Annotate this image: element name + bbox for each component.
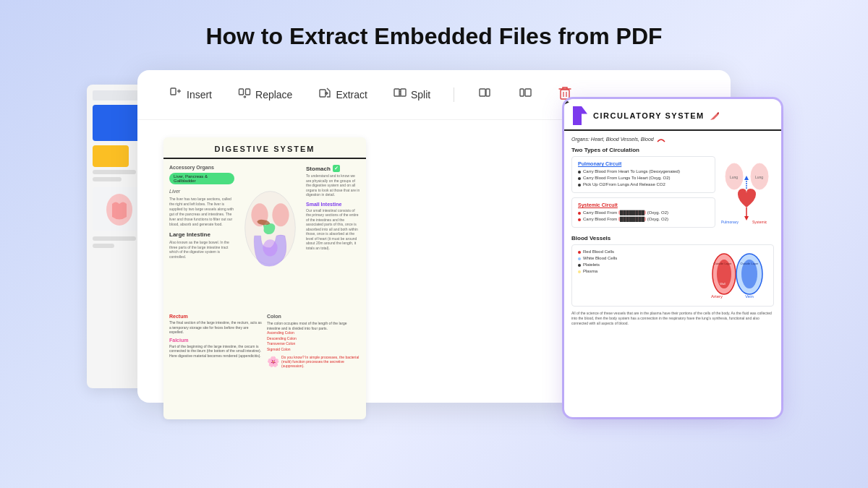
svg-text:Vein: Vein [745,294,754,299]
svg-rect-12 [486,89,490,96]
svg-point-20 [272,203,289,226]
falcium-text: Part of the beginning of the large intes… [169,344,263,359]
svg-text:Outside Layer: Outside Layer [714,262,733,265]
accessory-organs-label: Accessory Organs [169,165,234,170]
extract-label: Extract [336,89,367,100]
systemic-item-2: Carry Blood From ████████ (Oxyg. O2) [578,216,709,223]
toolbar-split[interactable]: Split [388,84,436,106]
svg-marker-27 [744,176,749,180]
pulmonary-box: Pulmonary Circuit Carry Blood From Heart… [571,156,715,193]
svg-rect-9 [401,89,406,96]
svg-text:Systemic: Systemic [752,220,767,224]
cursor-icon: ▶ [564,99,569,111]
svg-rect-6 [320,90,326,97]
svg-text:Artery: Artery [711,294,723,299]
large-intestine-text: Also known as the large bowel. In the th… [169,240,234,259]
svg-text:Wall: Wall [720,282,726,286]
svg-rect-14 [525,89,531,96]
stomach-text: To understand and to know we are physica… [306,174,360,197]
rectum-text: The final section of the large intestine… [169,320,263,335]
small-intestine-label: Small Intestine [306,202,360,207]
rotate-right-icon [518,86,532,103]
pulmonary-title: Pulmonary Circuit [578,161,709,166]
bv-wbc: White Blood Cells [578,255,697,262]
accessory-pill: Liver, Pancreas & Gallbladder [169,173,234,184]
replace-label: Replace [255,89,292,100]
liver-label: Liver [169,189,234,194]
rectum-label: Rectum [169,314,263,319]
circ-logo-icon [573,106,587,125]
digestive-page: DIGESTIVE SYSTEM Accessory Organs Liver,… [163,137,366,419]
toolbar-insert[interactable]: Insert [163,84,218,106]
pulmonary-item-2: Carry Blood From Lungs To Heart (Oxyg. O… [578,175,709,181]
blood-vessels-box: Red Blood Cells White Blood Cells Platel… [571,244,774,307]
large-intestine-label: Large Intestine [169,231,234,238]
bv-list: Red Blood Cells White Blood Cells Platel… [578,249,697,302]
svg-rect-1 [171,88,176,95]
page-title: How to Extract Embedded Files from PDF [205,23,662,50]
svg-rect-8 [394,89,399,96]
insert-icon [169,87,182,103]
blood-vessels-title: Blood Vessels [571,235,774,241]
falcium-label: Falcium [169,338,263,343]
toolbar-extract[interactable]: Extract [312,84,373,106]
small-intestine-text: Our small intestinal consists of the pri… [306,208,360,251]
svg-text:Outside Layer: Outside Layer [741,262,760,265]
svg-text:Pulmonary: Pulmonary [721,220,739,224]
svg-text:Lung: Lung [755,175,763,179]
stomach-label: Stomach ✓ [306,165,360,172]
replace-icon [238,87,251,103]
rotate-left-icon [477,86,492,103]
pulmonary-item-1: Carry Blood From Heart To Lungs (Deoxyge… [578,168,709,175]
svg-marker-29 [744,216,749,221]
svg-rect-4 [239,89,244,95]
svg-rect-13 [520,89,524,96]
bv-plasma: Plasma [578,268,697,275]
liver-text: The liver has two large sections, called… [169,197,234,227]
svg-point-21 [263,239,277,256]
systemic-item-1: Carry Blood From ████████ (Oxyg. O2) [578,210,709,216]
svg-rect-11 [480,89,485,96]
bv-platelets: Platelets [578,262,697,268]
svg-text:Lung: Lung [730,175,738,179]
content-area: Insert Replace [87,70,781,446]
bottom-note: All of the science of these vessels that… [571,311,774,326]
colon-label: Colon [267,314,360,319]
systemic-title: Systemic Circuit [578,202,709,207]
insert-label: Insert [187,89,212,100]
systemic-box: Systemic Circuit Carry Blood From ██████… [571,197,715,228]
split-icon [393,87,407,103]
digestive-title: DIGESTIVE SYSTEM [163,137,366,159]
circulatory-body: Organs: Heart, Blood Vessels, Blood Two … [564,131,781,332]
extract-icon [318,87,331,103]
toolbar-replace[interactable]: Replace [232,84,298,106]
toolbar-icon2[interactable] [512,83,538,106]
svg-rect-5 [246,89,250,95]
colon-text: The colon occupies most of the length of… [267,321,360,330]
split-label: Split [411,89,430,100]
circ-organs-row: Organs: Heart, Blood Vessels, Blood [571,137,774,142]
circulatory-card: ▶ CIRCULATORY SYSTEM Organs: Heart, Bloo… [564,99,781,417]
toolbar-icon1[interactable] [472,83,498,106]
circulatory-title: CIRCULATORY SYSTEM [593,111,705,120]
svg-rect-15 [561,90,569,99]
pulmonary-item-3: Pick Up O2/From Lungs And Release CO2 [578,181,709,188]
toolbar-divider-1 [454,87,454,102]
check-icon: ✓ [333,165,340,172]
bv-rbc: Red Blood Cells [578,249,697,255]
two-types-title: Two Types of Circulation [571,147,774,153]
colon-list: Ascending Colon Descending Colon Transve… [267,330,360,352]
circulatory-header: CIRCULATORY SYSTEM [564,99,781,131]
